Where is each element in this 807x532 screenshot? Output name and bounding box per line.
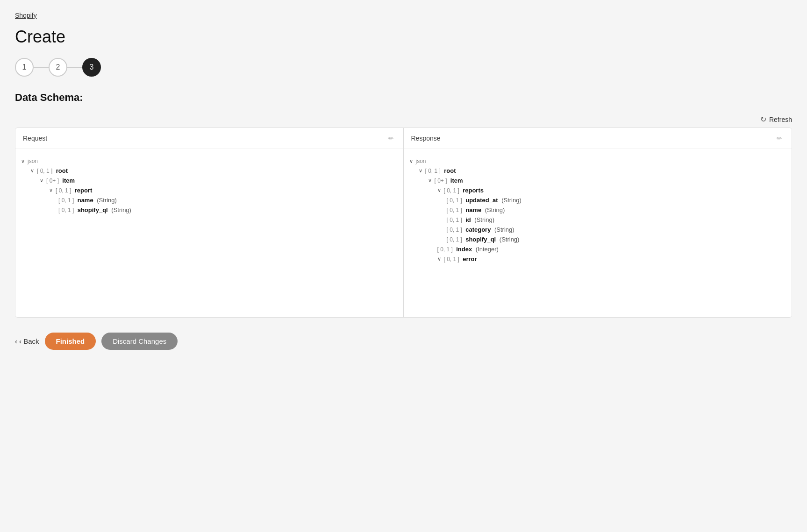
list-item: ∨ [ 0, 1 ] error <box>437 254 786 264</box>
tree-name: category <box>465 226 491 233</box>
request-panel-header: Request ✏ <box>15 128 403 149</box>
tree-name: updated_at <box>465 197 498 204</box>
tree-name: name <box>78 197 93 204</box>
tree-range: [ 0, 1 ] <box>447 227 464 233</box>
response-panel-header: Response ✏ <box>404 128 792 149</box>
refresh-bar: ↻ Refresh <box>15 115 792 124</box>
section-title: Data Schema: <box>15 92 792 104</box>
tree-range: [ 0, 1 ] <box>444 256 461 262</box>
request-edit-button[interactable]: ✏ <box>386 134 396 143</box>
tree-range: [ 0+ ] <box>46 177 60 184</box>
tree-name: shopify_ql <box>465 236 496 243</box>
response-panel: Response ✏ ∨ json ∨ [ 0, 1 ] root <box>404 128 792 317</box>
refresh-icon: ↻ <box>760 115 766 124</box>
step-connector-1 <box>34 67 49 68</box>
chevron-icon[interactable]: ∨ <box>419 168 422 174</box>
step-1[interactable]: 1 <box>15 58 34 77</box>
request-edit-icon: ✏ <box>388 135 394 142</box>
tree-name: item <box>62 177 75 184</box>
tree-name: index <box>456 246 472 253</box>
list-item: [ 0, 1 ] index (Integer) <box>437 244 786 254</box>
tree-range: [ 0, 1 ] <box>437 246 455 253</box>
list-item: ∨ [ 0, 1 ] report <box>49 185 398 195</box>
tree-range: [ 0, 1 ] <box>444 187 461 194</box>
chevron-icon[interactable]: ∨ <box>437 256 441 262</box>
tree-name: reports <box>463 187 484 194</box>
step-3[interactable]: 3 <box>82 58 101 77</box>
footer-bar: ‹ ‹ Back Finished Discard Changes <box>15 333 792 357</box>
step-2[interactable]: 2 <box>49 58 67 77</box>
tree-name: shopify_ql <box>78 206 108 213</box>
tree-type: (String) <box>500 197 521 204</box>
chevron-icon[interactable]: ∨ <box>437 187 441 193</box>
breadcrumb[interactable]: Shopify <box>15 12 37 19</box>
tree-range: [ 0, 1 ] <box>447 207 464 213</box>
tree-name: report <box>75 187 93 194</box>
tree-range: [ 0, 1 ] <box>447 217 464 223</box>
tree-range: [ 0, 1 ] <box>447 197 464 204</box>
tree-range: [ 0, 1 ] <box>447 236 464 243</box>
response-tree: ∨ json ∨ [ 0, 1 ] root ∨ [ 0+ ] item <box>404 149 792 317</box>
tree-name: root <box>444 167 456 174</box>
stepper: 1 2 3 <box>15 58 792 77</box>
back-chevron-icon: ‹ <box>15 337 17 345</box>
tree-range: [ 0+ ] <box>435 177 449 184</box>
request-tree: ∨ json ∨ [ 0, 1 ] root ∨ [ 0+ ] item <box>15 149 403 317</box>
back-button[interactable]: ‹ ‹ Back <box>15 337 39 345</box>
request-panel: Request ✏ ∨ json ∨ [ 0, 1 ] root <box>15 128 404 317</box>
list-item: ∨ json <box>21 156 398 166</box>
tree-range: json <box>416 158 426 164</box>
tree-type: (String) <box>95 197 117 204</box>
tree-type: (String) <box>473 216 494 223</box>
tree-range: [ 0, 1 ] <box>58 197 76 204</box>
chevron-icon[interactable]: ∨ <box>49 187 53 193</box>
tree-type: (String) <box>110 206 131 213</box>
list-item: [ 0, 1 ] shopify_ql (String) <box>58 205 398 215</box>
refresh-label: Refresh <box>769 116 792 123</box>
list-item: ∨ [ 0+ ] item <box>428 176 786 185</box>
tree-range: [ 0, 1 ] <box>425 168 443 174</box>
step-connector-2 <box>67 67 82 68</box>
tree-type: (Integer) <box>474 246 499 253</box>
tree-type: (String) <box>493 226 514 233</box>
list-item: ∨ [ 0, 1 ] root <box>30 166 398 176</box>
response-edit-icon: ✏ <box>777 135 782 142</box>
tree-name: name <box>465 206 481 213</box>
back-label: ‹ Back <box>19 337 39 345</box>
page-container: Shopify Create 1 2 3 Data Schema: ↻ Refr… <box>0 0 807 532</box>
list-item: ∨ json <box>409 156 786 166</box>
list-item: ∨ [ 0, 1 ] root <box>419 166 786 176</box>
tree-range: json <box>28 158 38 164</box>
list-item: [ 0, 1 ] name (String) <box>447 205 786 215</box>
chevron-icon[interactable]: ∨ <box>21 158 25 164</box>
list-item: ∨ [ 0+ ] item <box>40 176 398 185</box>
list-item: [ 0, 1 ] name (String) <box>58 195 398 205</box>
tree-name: root <box>56 167 68 174</box>
chevron-icon[interactable]: ∨ <box>428 177 432 184</box>
list-item: [ 0, 1 ] category (String) <box>447 225 786 234</box>
chevron-icon[interactable]: ∨ <box>40 177 43 184</box>
tree-range: [ 0, 1 ] <box>37 168 54 174</box>
page-title: Create <box>15 27 792 47</box>
tree-type: (String) <box>483 206 505 213</box>
list-item: [ 0, 1 ] updated_at (String) <box>447 195 786 205</box>
list-item: [ 0, 1 ] id (String) <box>447 215 786 225</box>
tree-range: [ 0, 1 ] <box>56 187 73 194</box>
response-edit-button[interactable]: ✏ <box>775 134 784 143</box>
tree-range: [ 0, 1 ] <box>58 207 76 213</box>
chevron-icon[interactable]: ∨ <box>409 158 413 164</box>
list-item: [ 0, 1 ] shopify_ql (String) <box>447 234 786 244</box>
tree-name: error <box>463 255 477 262</box>
finished-button[interactable]: Finished <box>45 333 96 350</box>
chevron-icon[interactable]: ∨ <box>30 168 34 174</box>
discard-button[interactable]: Discard Changes <box>101 333 178 350</box>
tree-type: (String) <box>498 236 519 243</box>
tree-name: id <box>465 216 471 223</box>
response-panel-title: Response <box>411 135 441 142</box>
list-item: ∨ [ 0, 1 ] reports <box>437 185 786 195</box>
request-panel-title: Request <box>23 135 47 142</box>
tree-name: item <box>450 177 463 184</box>
schema-panels: Request ✏ ∨ json ∨ [ 0, 1 ] root <box>15 128 792 318</box>
refresh-button[interactable]: ↻ Refresh <box>760 115 792 124</box>
